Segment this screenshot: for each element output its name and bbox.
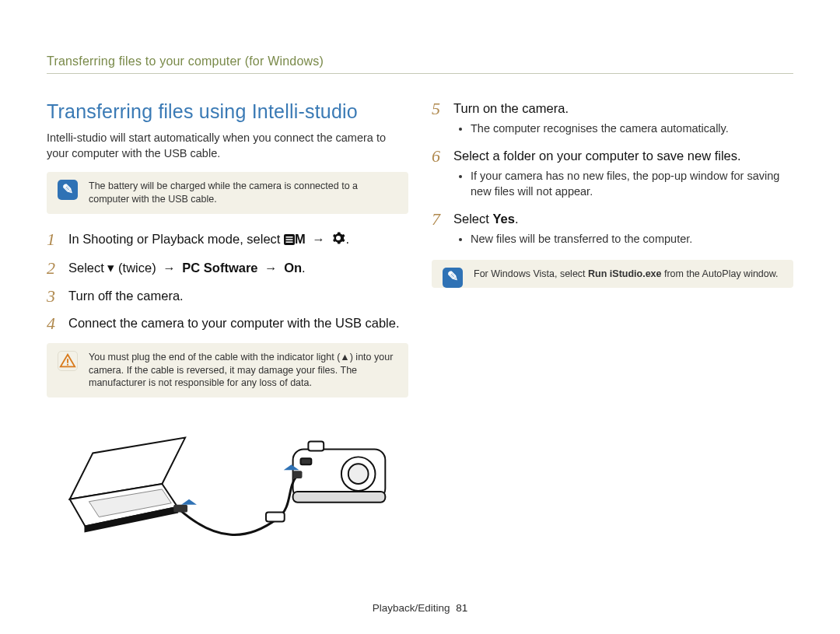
svg-rect-14 bbox=[308, 442, 324, 451]
svg-rect-17 bbox=[293, 471, 303, 478]
note-box-vista: ✎ For Windows Vista, select Run iStudio.… bbox=[432, 260, 793, 289]
left-column: Transferring ﬁles using Intelli-studio I… bbox=[47, 96, 408, 553]
page-footer: Playback/Editing 81 bbox=[0, 602, 840, 614]
step-3: Turn off the camera. bbox=[47, 288, 408, 304]
step-6-sub: If your camera has no new files, the pop… bbox=[453, 169, 793, 199]
step-1-text: In Shooting or Playback mode, select M →… bbox=[68, 231, 408, 249]
steps-right: Turn on the camera. The computer recogni… bbox=[432, 100, 793, 247]
svg-rect-4 bbox=[67, 359, 68, 363]
step-2-pc: PC Software bbox=[182, 261, 257, 275]
arrow-icon: → bbox=[159, 261, 179, 275]
down-icon: ▾ bbox=[107, 261, 114, 275]
step-4: Connect the camera to your computer with… bbox=[47, 315, 408, 331]
note-icon: ✎ bbox=[443, 268, 463, 288]
step-6: Select a folder on your computer to save… bbox=[432, 148, 793, 200]
breadcrumb: Transferring files to your computer (for… bbox=[47, 54, 793, 74]
svg-point-13 bbox=[348, 464, 369, 485]
intro-text: Intelli-studio will start automatically … bbox=[47, 131, 408, 161]
step-6-text: Select a folder on your computer to save… bbox=[453, 148, 793, 164]
step-2-on: On bbox=[284, 261, 302, 275]
step-5: Turn on the camera. The computer recogni… bbox=[432, 100, 793, 137]
step-2-dot: . bbox=[302, 261, 306, 275]
section-heading: Transferring ﬁles using Intelli-studio bbox=[47, 100, 408, 123]
note2-exe: Run iStudio.exe bbox=[588, 268, 661, 279]
note-icon: ✎ bbox=[58, 180, 78, 200]
step-7-dot: . bbox=[515, 212, 519, 226]
svg-rect-5 bbox=[67, 363, 68, 365]
svg-rect-16 bbox=[173, 505, 187, 513]
step-2-part-b: (twice) bbox=[118, 261, 159, 275]
step-2-text: Select ▾ (twice) → PC Software → On. bbox=[68, 260, 408, 276]
step-5-sub-item: The computer recognises the camera autom… bbox=[471, 121, 793, 137]
gear-icon bbox=[331, 231, 345, 249]
step-7-part-a: Select bbox=[453, 212, 492, 226]
step-2-part-a: Select bbox=[68, 261, 107, 275]
note2-part-c: from the AutoPlay window. bbox=[662, 268, 779, 279]
arrow-icon: → bbox=[261, 261, 281, 275]
svg-rect-1 bbox=[286, 236, 293, 238]
warning-box: You must plug the end of the cable with … bbox=[47, 343, 408, 398]
step-2: Select ▾ (twice) → PC Software → On. bbox=[47, 260, 408, 276]
note-text: The battery will be charged while the ca… bbox=[89, 180, 358, 205]
arrow-icon: → bbox=[309, 232, 328, 246]
svg-rect-11 bbox=[293, 492, 386, 503]
footer-section: Playback/Editing bbox=[373, 602, 450, 614]
svg-rect-3 bbox=[286, 241, 293, 243]
step-1-part-a: In Shooting or Playback mode, select bbox=[68, 232, 284, 246]
step-1-dot: . bbox=[345, 232, 349, 246]
connection-illustration bbox=[47, 418, 408, 550]
step-1: In Shooting or Playback mode, select M →… bbox=[47, 231, 408, 249]
warning-icon bbox=[58, 351, 78, 371]
svg-rect-18 bbox=[266, 513, 285, 522]
step-7: Select Yes. New files will be transferre… bbox=[432, 211, 793, 247]
step-7-yes: Yes bbox=[492, 212, 514, 226]
indicator-arrow-icon bbox=[181, 499, 197, 505]
svg-rect-15 bbox=[300, 459, 311, 465]
step-5-text: Turn on the camera. bbox=[453, 100, 793, 117]
step-7-text: Select Yes. bbox=[453, 211, 793, 227]
step-3-text: Turn off the camera. bbox=[68, 288, 408, 304]
content-columns: Transferring ﬁles using Intelli-studio I… bbox=[47, 96, 793, 553]
right-column: Turn on the camera. The computer recogni… bbox=[432, 96, 793, 553]
steps-left: In Shooting or Playback mode, select M →… bbox=[47, 231, 408, 332]
step-4-text: Connect the camera to your computer with… bbox=[68, 315, 408, 331]
page-number: 81 bbox=[456, 602, 467, 614]
note2-part-a: For Windows Vista, select bbox=[474, 268, 588, 279]
step-6-sub-item: If your camera has no new files, the pop… bbox=[471, 169, 793, 199]
note-box-battery: ✎ The battery will be charged while the … bbox=[47, 172, 408, 214]
step-5-sub: The computer recognises the camera autom… bbox=[453, 121, 793, 137]
step-7-sub: New files will be transferred to the com… bbox=[453, 232, 793, 247]
svg-rect-2 bbox=[286, 239, 293, 240]
page: Transferring files to your computer (for… bbox=[0, 0, 840, 634]
warning-text: You must plug the end of the cable with … bbox=[89, 352, 393, 389]
step-7-sub-item: New files will be transferred to the com… bbox=[471, 232, 793, 247]
step-1-m: M bbox=[295, 232, 306, 246]
menu-icon bbox=[284, 233, 295, 243]
